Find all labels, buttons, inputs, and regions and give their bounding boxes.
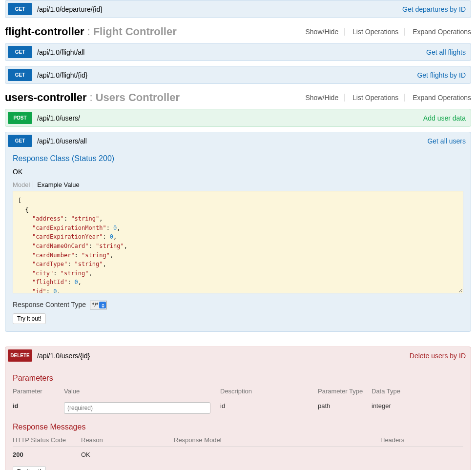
resp-reason: OK [81,447,174,463]
op-desc[interactable]: Get departures by ID [402,5,468,13]
op-get-flight-id[interactable]: GET /api/1.0/flight/{id} Get flights by … [5,66,471,84]
op-head[interactable]: GET /api/1.0/flight/all Get all flights [5,43,471,61]
response-content-type-row: Response Content Type */* [13,301,463,309]
op-get-flight-all[interactable]: GET /api/1.0/flight/all Get all flights [5,43,471,61]
resp-code: 200 [13,447,81,463]
action-expand[interactable]: Expand Operations [407,94,471,102]
tab-model[interactable]: Model [13,181,33,188]
param-dtype: integer [372,398,463,418]
op-path[interactable]: /api/1.0/users/{id} [32,352,410,360]
parameters-title: Parameters [13,374,463,383]
th-ptype: Parameter Type [318,387,372,398]
op-head[interactable]: POST /api/1.0/users/ Add user data [5,109,471,126]
param-name: id [13,398,64,418]
op-delete-users-id[interactable]: DELETE /api/1.0/users/{id} Delete users … [5,347,471,470]
op-path[interactable]: /api/1.0/users/all [32,137,427,145]
controller-actions: Show/Hide List Operations Expand Operati… [299,94,471,102]
response-messages-title: Response Messages [13,423,463,431]
th-model: Response Model [174,435,380,447]
op-head[interactable]: GET /api/1.0/departure/{id} Get departur… [5,0,471,18]
th-desc: Description [220,387,318,398]
method-badge-post: POST [8,112,32,124]
method-badge-get: GET [8,46,32,58]
method-badge-delete: DELETE [8,349,32,362]
sep: : [84,25,93,38]
model-example-tabs: Model Example Value [13,181,463,188]
try-it-out-button[interactable]: Try it out! [13,466,46,470]
controller-name[interactable]: flight-controller [5,25,84,38]
op-path[interactable]: /api/1.0/flight/all [32,48,426,56]
th-dtype: Data Type [372,387,463,398]
action-showhide[interactable]: Show/Hide [299,28,345,36]
response-messages-table: HTTP Status Code Reason Response Model H… [13,435,463,462]
rct-select-wrap[interactable]: */* [88,301,107,309]
controller-users-header: users-controller : Users Controller Show… [5,91,471,104]
param-desc: id [220,398,318,418]
op-head[interactable]: DELETE /api/1.0/users/{id} Delete users … [5,347,471,364]
rct-label: Response Content Type [13,301,86,308]
op-post-users[interactable]: POST /api/1.0/users/ Add user data [5,109,471,127]
try-it-out-button[interactable]: Try it out! [13,313,46,324]
action-showhide[interactable]: Show/Hide [299,94,345,102]
op-path[interactable]: /api/1.0/departure/{id} [32,5,402,13]
op-desc[interactable]: Add user data [423,114,468,122]
op-body: Response Class (Status 200) OK Model Exa… [5,149,471,331]
table-row: id id path integer [13,398,463,418]
op-get-departure-id[interactable]: GET /api/1.0/departure/{id} Get departur… [5,0,471,18]
action-list[interactable]: List Operations [347,94,405,102]
op-desc[interactable]: Get all users [427,137,468,145]
th-code: HTTP Status Code [13,435,81,447]
table-row: 200 OK [13,447,463,463]
rct-select[interactable]: */* [90,301,107,309]
op-head[interactable]: GET /api/1.0/flight/{id} Get flights by … [5,66,471,83]
op-desc[interactable]: Delete users by ID [410,352,468,360]
action-expand[interactable]: Expand Operations [407,28,471,36]
op-head[interactable]: GET /api/1.0/users/all Get all users [5,132,471,149]
controller-label: Flight Controller [93,25,177,38]
example-json-snippet[interactable]: [ { "address": "string", "cardExpiration… [13,191,463,293]
response-class-title: Response Class (Status 200) [13,154,463,163]
method-badge-get: GET [8,69,32,81]
op-get-users-all[interactable]: GET /api/1.0/users/all Get all users Res… [5,132,471,332]
method-badge-get: GET [8,135,32,147]
controller-actions: Show/Hide List Operations Expand Operati… [299,28,471,36]
response-ok: OK [13,168,463,176]
parameters-table: Parameter Value Description Parameter Ty… [13,387,463,418]
op-path[interactable]: /api/1.0/flight/{id} [32,71,417,79]
op-path[interactable]: /api/1.0/users/ [32,114,423,122]
controller-flight-header: flight-controller : Flight Controller Sh… [5,25,471,38]
sep: : [87,91,96,104]
action-list[interactable]: List Operations [347,28,405,36]
op-desc[interactable]: Get all flights [426,48,468,56]
th-headers: Headers [380,435,463,447]
param-value-input[interactable] [64,402,210,414]
controller-label: Users Controller [96,91,180,104]
th-reason: Reason [81,435,174,447]
param-ptype: path [318,398,372,418]
op-body: Parameters Parameter Value Description P… [5,364,471,470]
method-badge-get: GET [8,3,32,15]
op-desc[interactable]: Get flights by ID [417,71,468,79]
th-parameter: Parameter [13,387,64,398]
th-value: Value [64,387,220,398]
controller-name[interactable]: users-controller [5,91,87,104]
tab-example-value[interactable]: Example Value [37,181,82,188]
